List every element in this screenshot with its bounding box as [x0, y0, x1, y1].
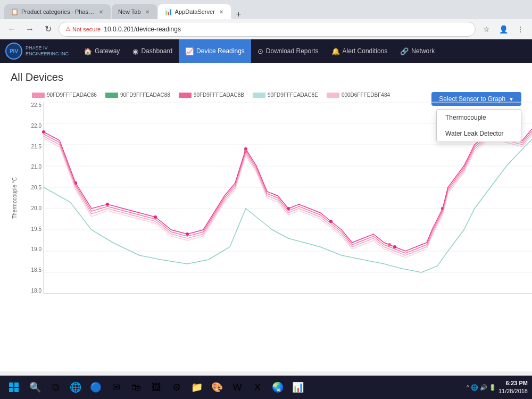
taskbar-files[interactable]: 📁	[187, 378, 206, 397]
taskbar-chrome[interactable]: 🌏	[268, 378, 287, 397]
legend-item-2: 90FD9FFFEADAC8B	[179, 92, 244, 98]
tray-network-icon[interactable]: 🌐	[471, 384, 478, 391]
tab3-favicon: 📊	[164, 8, 172, 15]
tab3-label: AppDataServer	[175, 9, 215, 15]
legend-item-0: 90FD9FFFEADAC86	[32, 92, 97, 98]
page-content: All Devices Select Sensor to Graph ▼ The…	[0, 63, 532, 371]
back-button[interactable]: ←	[4, 22, 19, 37]
chevron-down-icon: ▼	[509, 96, 514, 102]
svg-point-15	[186, 232, 189, 236]
warning-icon: ⚠	[65, 26, 71, 32]
taskbar-store[interactable]: 🛍	[127, 378, 146, 397]
tab-1[interactable]: 📋 Product categories · Phase IV En... ✕	[4, 4, 111, 19]
svg-rect-29	[9, 388, 13, 392]
taskbar-settings[interactable]: ⚙	[167, 378, 186, 397]
taskbar-search[interactable]: 🔍	[26, 378, 45, 397]
sensor-dropdown-menu: Thermocouple Water Leak Detector	[436, 109, 521, 142]
tab-2[interactable]: New Tab ✕	[112, 4, 157, 19]
taskbar: 🔍 ⧉ 🌐 🔵 ✉ 🛍 🖼 ⚙ 📁 🎨 W X 🌏 📊 ^ 🌐 🔊 🔋 6:23…	[0, 376, 532, 399]
network-icon: 🔗	[400, 47, 409, 55]
chart-icon: 📈	[185, 47, 194, 55]
legend-color-3	[253, 93, 265, 98]
nav-item-gateway[interactable]: 🏠 Gateway	[77, 39, 126, 63]
tray-volume-icon[interactable]: 🔊	[480, 384, 487, 391]
taskbar-task-view[interactable]: ⧉	[46, 378, 65, 397]
tray-icons: ^ 🌐 🔊 🔋	[467, 384, 496, 391]
browser-tabs: 📋 Product categories · Phase IV En... ✕ …	[0, 0, 532, 19]
taskbar-photos[interactable]: 🖼	[147, 378, 166, 397]
legend-color-4	[327, 93, 339, 98]
security-warning: ⚠ Not secure	[65, 26, 101, 32]
logo-circle: PIV	[5, 43, 22, 60]
taskbar-cortana[interactable]: 🔵	[86, 378, 105, 397]
taskbar-mail[interactable]: ✉	[106, 378, 126, 397]
start-button[interactable]	[2, 376, 26, 399]
legend-item-3: 90FD9FFFEADAC8E	[253, 92, 318, 98]
logo-text: PHASE IVENGINEERING INC	[26, 45, 69, 57]
browser-toolbar: ← → ↻ ⚠ Not secure 10.0.0.201/device-rea…	[0, 19, 532, 39]
home-icon: 🏠	[84, 47, 92, 55]
y-axis-label: Thermocouple °C	[11, 102, 21, 294]
dashboard-icon: ◉	[132, 47, 138, 55]
taskbar-paint[interactable]: 🎨	[207, 378, 227, 397]
legend-color-0	[32, 93, 45, 98]
windows-icon	[9, 382, 19, 393]
svg-point-24	[388, 243, 391, 246]
legend-color-1	[105, 93, 118, 98]
svg-rect-27	[9, 383, 13, 387]
nav-bar: PIV PHASE IVENGINEERING INC 🏠 Gateway ◉ …	[0, 39, 532, 63]
taskbar-app-extra[interactable]: 📊	[288, 378, 307, 397]
tray-time: 6:23 PM	[498, 379, 528, 387]
chart-point	[42, 130, 45, 134]
legend-item-1: 90FD9FFFEADAC88	[105, 92, 170, 98]
nav-item-network[interactable]: 🔗 Network	[394, 39, 441, 63]
svg-point-23	[244, 149, 247, 153]
legend-color-2	[179, 93, 192, 98]
dropdown-item-thermocouple[interactable]: Thermocouple	[437, 110, 521, 126]
browser-menu-icon[interactable]: ⋮	[513, 22, 528, 37]
page-title: All Devices	[11, 71, 521, 84]
tab1-close[interactable]: ✕	[98, 8, 104, 16]
nav-item-device-readings[interactable]: 📈 Device Readings	[179, 39, 251, 63]
browser-chrome: 📋 Product categories · Phase IV En... ✕ …	[0, 0, 532, 39]
svg-rect-28	[14, 383, 19, 387]
tab1-favicon: 📋	[11, 8, 18, 15]
address-text: 10.0.0.201/device-readings	[104, 26, 469, 33]
nav-item-alert-conditions[interactable]: 🔔 Alert Conditions	[325, 39, 394, 63]
tray-clock[interactable]: 6:23 PM 11/28/2018	[498, 379, 528, 396]
tray-chevron-icon[interactable]: ^	[467, 384, 469, 390]
tab1-label: Product categories · Phase IV En...	[21, 9, 95, 15]
dropdown-item-water-leak[interactable]: Water Leak Detector	[437, 126, 521, 142]
tray-battery-icon[interactable]: 🔋	[489, 384, 496, 391]
toolbar-icons: ☆ 👤 ⋮	[479, 22, 528, 37]
taskbar-excel[interactable]: X	[248, 378, 267, 397]
forward-button[interactable]: →	[22, 22, 37, 37]
svg-point-14	[154, 215, 157, 219]
svg-point-13	[106, 203, 109, 206]
alert-icon: 🔔	[331, 47, 340, 55]
taskbar-tray: ^ 🌐 🔊 🔋 6:23 PM 11/28/2018	[467, 379, 530, 396]
taskbar-edge[interactable]: 🌐	[66, 378, 85, 397]
nav-item-download-reports[interactable]: ⊙ Download Reports	[251, 39, 325, 63]
chart-wrapper: Select Sensor to Graph ▼ Thermocouple Wa…	[11, 92, 521, 294]
svg-point-19	[393, 245, 396, 248]
logo: PIV PHASE IVENGINEERING INC	[5, 43, 69, 60]
tab2-close[interactable]: ✕	[144, 8, 151, 16]
nav-item-dashboard[interactable]: ◉ Dashboard	[126, 39, 179, 63]
svg-rect-30	[14, 388, 19, 392]
tab2-label: New Tab	[118, 9, 141, 15]
tray-date: 11/28/2018	[498, 387, 528, 395]
reload-button[interactable]: ↻	[40, 22, 55, 37]
profile-icon[interactable]: 👤	[496, 22, 511, 37]
new-tab-button[interactable]: +	[232, 10, 245, 19]
y-axis-ticks: 22.5 22.0 21.5 21.0 20.5 20.0 19.5 19.0 …	[23, 102, 41, 294]
taskbar-word[interactable]: W	[228, 378, 247, 397]
address-bar[interactable]: ⚠ Not secure 10.0.0.201/device-readings	[59, 22, 476, 37]
tab-3[interactable]: 📊 AppDataServer ✕	[158, 4, 231, 19]
star-icon[interactable]: ☆	[479, 22, 494, 37]
tab3-close[interactable]: ✕	[218, 8, 225, 16]
legend-item-4: 000D6FFFEDBF484	[327, 92, 390, 98]
chart-line-3	[44, 128, 532, 272]
download-icon: ⊙	[257, 47, 263, 55]
app: PIV PHASE IVENGINEERING INC 🏠 Gateway ◉ …	[0, 39, 532, 371]
